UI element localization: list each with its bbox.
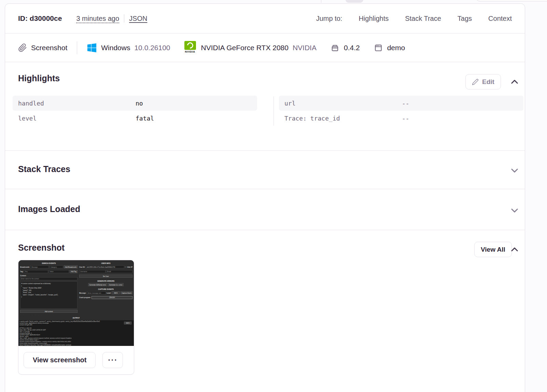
thumb-infer-ip-checkbox — [125, 266, 126, 268]
environment-context: demo — [374, 43, 405, 53]
highlight-key: Trace: trace_id — [279, 115, 401, 122]
event-detail-page: ID: d30000ce 3 minutes ago JSON Jump to:… — [0, 0, 547, 392]
screenshot-section: Screenshot View All ENRICH EVENTS Breadc… — [5, 230, 525, 392]
thumbnail-demo-app: ENRICH EVENTS Breadcrumb: Message Catego… — [18, 260, 134, 346]
highlight-row: handled no — [13, 96, 257, 111]
thumb-add-breadcrumb-button: Add Breadcrumb — [64, 266, 78, 269]
thumb-context-label: Context: — [20, 275, 78, 277]
view-screenshot-button[interactable]: View screenshot — [24, 352, 96, 368]
thumb-crash-label: Crash program: — [79, 297, 91, 298]
view-all-screenshots-button[interactable]: View All — [474, 242, 512, 257]
jump-link-stack-trace[interactable]: Stack Trace — [405, 15, 441, 23]
thumb-breadcrumb-label: Breadcrumb: — [20, 266, 30, 268]
thumb-user-panel: USER INFO User ID: a9c35f9f-290b-471d-8b… — [79, 262, 132, 301]
thumb-enrich-panel: ENRICH EVENTS Breadcrumb: Message Catego… — [20, 262, 78, 316]
ellipsis-icon: ··· — [108, 356, 117, 365]
cropped-toolbar-divider — [321, 0, 321, 3]
release-box-icon — [330, 43, 340, 53]
gpu-context: NVIDIA NVIDIA GeForce RTX 2080 NVIDIA — [184, 41, 317, 55]
jump-to-nav: Jump to: Highlights Stack Trace Tags Con… — [316, 15, 512, 23]
thumb-enrich-title: ENRICH EVENTS — [20, 262, 78, 264]
event-time-ago-link[interactable]: 3 minutes ago — [76, 15, 119, 23]
stack-traces-title: Stack Traces — [18, 164, 70, 174]
release-version: 0.4.2 — [344, 44, 360, 52]
json-link[interactable]: JSON — [129, 15, 147, 23]
os-name: Windows — [101, 44, 130, 52]
thumb-username-input: Username — [79, 270, 106, 273]
thumb-generate-errors-title: GENERATE ERRORS — [79, 280, 132, 282]
collapse-highlights-chevron[interactable] — [510, 77, 519, 87]
os-context: Windows 10.0.26100 — [87, 43, 170, 53]
highlight-row: Trace: trace_id -- — [279, 111, 523, 126]
highlight-row: url -- — [279, 96, 523, 111]
thumb-add-tag-button: Add Tag — [70, 270, 78, 273]
thumb-message-label: Message: — [79, 292, 86, 294]
thumb-infer-ip-label: Infer IP — [127, 266, 132, 268]
jump-to-label: Jump to: — [316, 15, 342, 23]
highlight-row: level fatal — [13, 111, 257, 126]
header-separator — [124, 14, 124, 23]
thumb-user-info-title: USER INFO — [79, 262, 132, 264]
nvidia-logo-icon: NVIDIA — [184, 41, 196, 55]
expand-images-loaded-chevron[interactable] — [510, 206, 519, 215]
screenshot-chip-label: Screenshot — [31, 44, 67, 52]
images-loaded-section: Images Loaded — [5, 189, 525, 230]
event-id: ID: d30000ce — [18, 14, 62, 23]
pencil-icon — [472, 79, 479, 85]
event-card: ID: d30000ce 3 minutes ago JSON Jump to:… — [5, 3, 525, 392]
highlight-value: -- — [401, 100, 523, 107]
thumb-tag-key-input: Key — [24, 270, 48, 273]
highlight-value: no — [135, 100, 257, 107]
thumb-crash-button: CRASH! — [92, 296, 132, 299]
jump-link-tags[interactable]: Tags — [458, 15, 472, 23]
thumb-level-label: Level: — [107, 292, 111, 294]
context-summary-row: Screenshot Windows 10.0.26100 NVIDIA NVI… — [5, 33, 525, 62]
cropped-toolbar-panel — [476, 0, 547, 1]
highlight-key: level — [13, 115, 135, 122]
highlights-title: Highlights — [18, 73, 60, 83]
thumb-capture-event-button: Capture Event — [121, 292, 132, 295]
os-version: 10.0.26100 — [134, 44, 170, 52]
thumb-output-title: OUTPUT — [18, 317, 134, 319]
edit-highlights-button[interactable]: Edit — [465, 74, 501, 89]
screenshot-thumbnail[interactable]: ENRICH EVENTS Breadcrumb: Message Catego… — [18, 260, 134, 346]
window-icon — [374, 43, 383, 53]
jump-link-highlights[interactable]: Highlights — [359, 15, 389, 23]
highlight-value: -- — [401, 115, 523, 122]
thumb-breadcrumb-category-input: Category — [50, 266, 63, 269]
jump-link-context[interactable]: Context — [488, 15, 512, 23]
environment-name: demo — [387, 44, 405, 52]
highlights-column-divider — [274, 96, 274, 126]
thumb-tag-label: Tag: — [20, 271, 23, 272]
highlight-key: handled — [13, 100, 135, 107]
highlights-section: Highlights Edit handled no level fatal — [5, 62, 525, 151]
screenshot-title: Screenshot — [18, 243, 65, 253]
paperclip-icon — [18, 43, 27, 52]
thumb-capture-events-title: CAPTURE EVENTS — [79, 288, 132, 290]
expand-stack-traces-chevron[interactable] — [510, 166, 519, 175]
screenshot-actions: View screenshot ··· — [18, 346, 134, 374]
event-header: ID: d30000ce 3 minutes ago JSON Jump to:… — [5, 4, 525, 33]
thumb-output-log: x-sentry-auth: Sentry sentry_version=7, … — [18, 320, 134, 346]
gpu-vendor: NVIDIA — [293, 44, 317, 52]
thumb-gdscript-error-button: Generate GDScript error — [88, 283, 107, 286]
stack-traces-section: Stack Traces — [5, 151, 525, 189]
screenshot-more-button[interactable]: ··· — [102, 352, 123, 368]
thumb-level-select: INFO — [112, 292, 120, 295]
windows-logo-icon — [87, 43, 97, 53]
thumb-context-code: # custom context expressed as a dictiona… — [20, 282, 78, 309]
thumb-add-context-button: Add context — [20, 310, 78, 313]
thumb-set-user-button: Set User — [79, 275, 132, 278]
screenshot-chip[interactable]: Screenshot — [18, 43, 67, 52]
thumb-tag-value-input: Value — [49, 270, 69, 273]
images-loaded-title: Images Loaded — [18, 204, 80, 214]
screenshot-card: ENRICH EVENTS Breadcrumb: Message Catego… — [18, 260, 134, 375]
context-row-divider — [77, 41, 77, 54]
thumb-output-info-chip: INFO — [124, 322, 131, 324]
thumb-message-input: Enter message text — [87, 292, 106, 295]
thumb-dots-row: · · · · · · · · · · · · · · — [20, 314, 78, 316]
thumb-email-input: Email — [106, 270, 132, 273]
collapse-screenshot-chevron[interactable] — [510, 245, 519, 254]
highlight-value: fatal — [135, 115, 257, 122]
thumb-breadcrumb-message-input: Message — [31, 266, 49, 269]
